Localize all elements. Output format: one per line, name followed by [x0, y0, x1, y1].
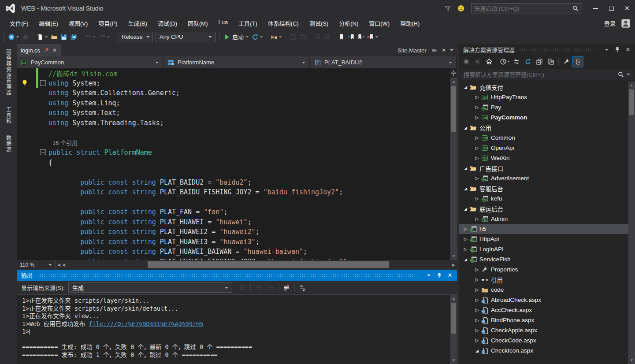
menu-item[interactable]: 调试(D) — [152, 17, 182, 30]
tree-item-paycommon[interactable]: ▷C#PayCommon — [459, 112, 628, 123]
code-line[interactable]: public const string PLAT_BAIDU2 = "baidu… — [17, 178, 450, 188]
output-scroll-up-icon[interactable]: ▲ — [450, 297, 457, 301]
toolbar-grip[interactable] — [3, 33, 5, 41]
solution-search-input[interactable] — [464, 71, 617, 78]
editor-vertical-scrollbar[interactable]: ▲ ▼ — [450, 68, 457, 260]
preview-tab-site-master[interactable]: Site.Master — [397, 47, 427, 54]
code-line[interactable]: public const string PLAT_HUAWEI2 = "huaw… — [17, 227, 450, 237]
tool-window-tab[interactable]: 服务器资源管理器 — [5, 49, 12, 95]
output-scrollbar[interactable]: ▲ ▼ — [450, 295, 457, 364]
user-avatar[interactable] — [621, 19, 631, 28]
editor-scroll-thumb[interactable] — [451, 86, 456, 132]
collapse-arrow-icon[interactable]: ▷ — [462, 227, 469, 231]
code-line[interactable]: public const string PLAT_BAIDU_FISHING_J… — [17, 187, 450, 197]
tool-window-tab[interactable]: 数据源 — [5, 135, 12, 152]
output-log[interactable]: 1>正在发布文件夹 scripts/layer/skin...1>正在发布文件夹… — [17, 295, 450, 364]
scroll-down-arrow[interactable]: ▼ — [450, 254, 457, 258]
quick-launch-input[interactable] — [474, 5, 572, 12]
collapse-all-button[interactable] — [534, 56, 545, 67]
tree-item-pay[interactable]: ▷Pay — [459, 102, 628, 112]
tree-item-acccheck-aspx[interactable]: ▷AccCheck.aspx — [459, 305, 628, 315]
menu-item[interactable]: 测试(S) — [304, 17, 334, 30]
code-line[interactable] — [17, 167, 450, 178]
tree-item-bindphone-aspx[interactable]: ▷BindPhone.aspx — [459, 315, 628, 325]
output-source-combo[interactable]: 生成 — [68, 282, 232, 293]
preview-close-icon[interactable]: ✕ — [442, 47, 446, 53]
expand-arrow-icon[interactable]: ◢ — [462, 126, 469, 130]
code-line[interactable]: public const string PLAT_HUAWEI3 = "huaw… — [17, 237, 450, 247]
properties-pages-button[interactable] — [545, 56, 556, 67]
nav-back-circle-button[interactable] — [460, 56, 472, 67]
home-button[interactable] — [483, 56, 494, 67]
tree-item-h5[interactable]: ▷h5 — [459, 224, 628, 234]
code-editor[interactable]: //搬砖dz Visin.com−using System;using Syst… — [17, 68, 457, 260]
preview-pin-icon[interactable] — [431, 47, 438, 54]
tree-item-common[interactable]: ▷C#Common — [459, 133, 628, 143]
expand-arrow-icon[interactable]: ◢ — [462, 207, 469, 211]
pin-icon[interactable]: 📍 — [42, 46, 50, 55]
open-folder-button[interactable] — [49, 32, 59, 42]
quick-action-lightbulb-icon[interactable] — [21, 79, 28, 86]
menu-item[interactable]: 工具(T) — [233, 17, 263, 30]
code-line[interactable]: public const string PLAT_HUAWEI_FISHING_… — [17, 257, 450, 260]
hscroll-left-arrow-2[interactable]: ◀ — [62, 263, 67, 267]
collapse-arrow-icon[interactable]: ▷ — [474, 318, 480, 323]
tree-item-客服后台[interactable]: ◢客服后台 — [459, 183, 628, 193]
expand-arrow-icon[interactable]: ◢ — [462, 257, 469, 262]
bookmark-delete-button[interactable] — [366, 32, 380, 42]
collapse-arrow-icon[interactable]: ▷ — [474, 338, 480, 343]
menu-item[interactable]: 项目(P) — [93, 17, 123, 30]
solution-position-chevron-icon[interactable] — [602, 49, 612, 51]
code-line[interactable]: using System.Text; — [17, 108, 450, 118]
tree-item-httpapi[interactable]: ▷HttpApi — [459, 234, 628, 244]
collapse-arrow-icon[interactable]: ▷ — [474, 308, 480, 312]
bookmark-prev-button[interactable] — [346, 32, 356, 42]
expand-arrow-icon[interactable]: ◢ — [462, 186, 469, 191]
solution-explorer-title-bar[interactable]: 解决方案资源管理器 ✕ — [459, 44, 635, 55]
sign-in-link[interactable]: 登录 — [604, 19, 616, 27]
feedback-icon[interactable] — [441, 5, 454, 12]
code-line[interactable]: { — [17, 158, 450, 168]
maximize-button[interactable] — [603, 0, 619, 17]
solution-close-icon[interactable]: ✕ — [623, 46, 633, 53]
show-all-files-button[interactable] — [572, 56, 583, 67]
solution-search-box[interactable] — [460, 69, 634, 80]
tree-item-checkcode-aspx[interactable]: ▷CheckCode.aspx — [459, 335, 628, 345]
code-line[interactable]: using System.Threading.Tasks; — [17, 118, 450, 128]
nav-back-button[interactable] — [7, 32, 21, 42]
code-line[interactable]: public const string PLAT_HUAWEI_BAIWAN =… — [17, 247, 450, 257]
solution-scroll-down-icon[interactable]: ▼ — [628, 358, 635, 362]
tree-item-advertisement[interactable]: ▷Advertisement — [459, 173, 628, 183]
output-close-icon[interactable]: ✕ — [445, 272, 455, 279]
tab-login-cs[interactable]: login.cs 📍 ✕ — [17, 44, 61, 56]
tab-close-icon[interactable]: ✕ — [52, 47, 57, 53]
menu-item[interactable]: 窗口(W) — [364, 17, 395, 30]
solution-scroll-up-icon[interactable]: ▲ — [628, 83, 635, 87]
tab-list-chevron-icon[interactable] — [450, 49, 453, 51]
tree-item-code[interactable]: ▷code — [459, 285, 628, 295]
release-combo[interactable]: Release — [118, 32, 153, 42]
collapse-arrow-icon[interactable]: ▷ — [474, 156, 480, 160]
menu-item[interactable]: Lua — [213, 17, 234, 30]
wrench-button[interactable] — [561, 56, 572, 67]
find-in-files-button[interactable] — [269, 32, 283, 42]
solution-drag-grip[interactable] — [519, 48, 597, 52]
collapse-arrow-icon[interactable]: ▷ — [474, 145, 480, 150]
menu-item[interactable]: 视图(V) — [63, 17, 93, 30]
scroll-up-arrow[interactable]: ▲ — [450, 80, 457, 84]
hscroll-right-arrow[interactable]: ▶ — [450, 263, 457, 267]
expand-arrow-icon[interactable]: ◢ — [474, 349, 480, 353]
tree-item-checkapple-aspx[interactable]: ▷CheckApple.aspx — [459, 325, 628, 335]
new-file-button[interactable] — [35, 32, 49, 42]
collapse-arrow-icon[interactable]: ▷ — [474, 267, 480, 272]
refresh-blue-button[interactable] — [522, 56, 533, 67]
code-line[interactable]: −using System; — [17, 78, 450, 89]
bookmark-next-button[interactable] — [356, 32, 366, 42]
tree-item-httppaytrans[interactable]: ▷C#HttpPayTrans — [459, 92, 628, 102]
fold-collapse-box[interactable]: − — [40, 149, 46, 155]
collapse-arrow-icon[interactable]: ▷ — [474, 176, 480, 181]
collapse-arrow-icon[interactable]: ▷ — [474, 277, 480, 282]
tree-item-loginapi[interactable]: ▷LoginAPI — [459, 244, 628, 254]
navbar-dropdown-paycommon[interactable]: C#PayCommon — [17, 56, 163, 68]
tree-item-充值支付[interactable]: ◢充值支付 — [459, 82, 628, 92]
